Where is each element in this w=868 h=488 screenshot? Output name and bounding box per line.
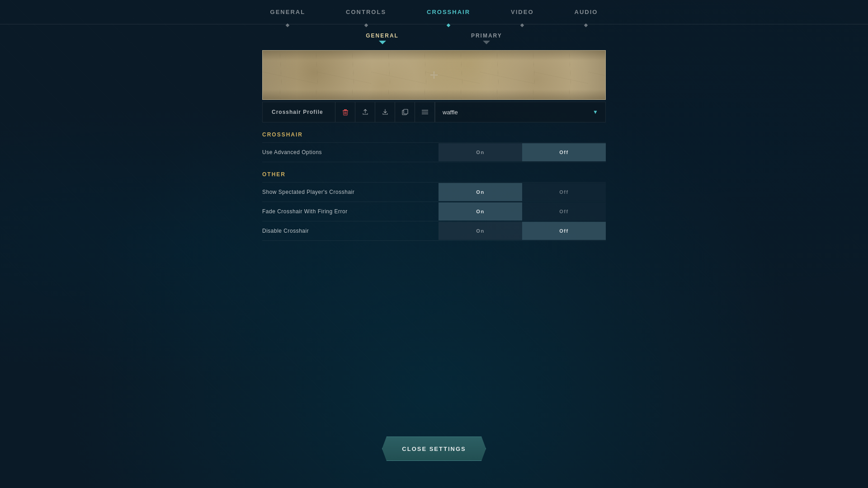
profile-selected-value: waffle [443,109,458,116]
list-profile-button[interactable] [415,102,435,122]
fade-firing-off-button[interactable]: Off [522,202,606,221]
sub-nav: GENERAL PRIMARY [0,24,868,43]
tab-crosshair[interactable]: CROSSHAIR [406,0,491,24]
crosshair-section-header: CROSSHAIR [262,122,606,142]
spectated-crosshair-on-button[interactable]: On [439,183,522,201]
profile-dropdown[interactable]: waffle ▼ [435,102,605,122]
close-settings-container: CLOSE SETTINGS [382,436,486,461]
advanced-options-off-button[interactable]: Off [522,143,606,161]
crosshair-indicator [430,71,438,79]
fade-firing-on-button[interactable]: On [439,202,522,221]
main-nav: GENERAL CONTROLS CROSSHAIR VIDEO AUDIO [0,0,868,24]
import-profile-button[interactable] [375,102,395,122]
tab-controls[interactable]: CONTROLS [326,0,406,24]
crosshair-profile-row: Crosshair Profile [262,102,606,122]
fade-firing-label: Fade Crosshair With Firing Error [262,202,439,221]
other-section-header: OTHER [262,162,606,182]
tab-general[interactable]: GENERAL [250,0,326,24]
profile-actions [335,102,435,122]
profile-label: Crosshair Profile [263,109,335,115]
crosshair-settings: Use Advanced Options On Off [262,142,606,162]
export-profile-button[interactable] [355,102,375,122]
advanced-options-toggle: On Off [439,143,606,161]
subtab-primary[interactable]: PRIMARY [471,33,502,43]
close-settings-button[interactable]: CLOSE SETTINGS [382,436,486,461]
disable-crosshair-row: Disable Crosshair On Off [262,221,606,241]
tab-audio[interactable]: AUDIO [554,0,618,24]
dropdown-arrow-icon: ▼ [593,109,598,115]
svg-rect-1 [344,109,347,110]
crosshair-preview [262,50,606,100]
tab-video[interactable]: VIDEO [491,0,554,24]
spectated-crosshair-toggle: On Off [439,183,606,201]
advanced-options-on-button[interactable]: On [439,143,522,161]
spectated-crosshair-label: Show Spectated Player's Crosshair [262,183,439,202]
fade-firing-toggle: On Off [439,202,606,221]
disable-crosshair-toggle: On Off [439,222,606,240]
svg-rect-6 [404,109,408,114]
copy-profile-button[interactable] [395,102,415,122]
spectated-crosshair-row: Show Spectated Player's Crosshair On Off [262,182,606,202]
advanced-options-row: Use Advanced Options On Off [262,142,606,162]
disable-crosshair-label: Disable Crosshair [262,221,439,240]
disable-crosshair-on-button[interactable]: On [439,222,522,240]
spectated-crosshair-off-button[interactable]: Off [522,183,606,201]
advanced-options-label: Use Advanced Options [262,143,439,162]
subtab-general[interactable]: GENERAL [366,33,399,43]
main-content: Crosshair Profile [262,50,606,241]
disable-crosshair-off-button[interactable]: Off [522,222,606,240]
delete-profile-button[interactable] [335,102,355,122]
fade-firing-row: Fade Crosshair With Firing Error On Off [262,202,606,221]
other-settings: Show Spectated Player's Crosshair On Off… [262,182,606,241]
